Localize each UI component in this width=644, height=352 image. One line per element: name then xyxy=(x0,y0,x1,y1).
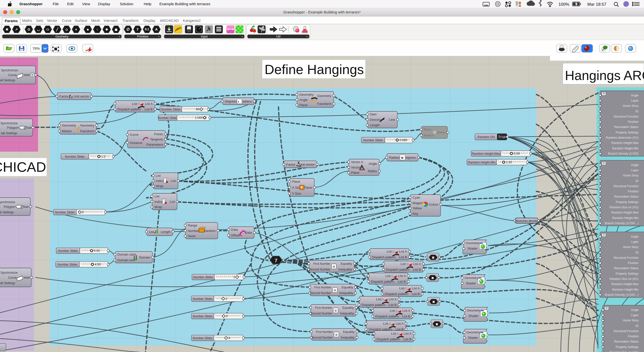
svg-text:Radius: Radius xyxy=(424,134,434,137)
svg-text:Geometry: Geometry xyxy=(80,124,94,127)
svg-text:Wall: Wall xyxy=(24,276,30,280)
svg-text:Wrap: Wrap xyxy=(156,184,163,188)
svg-text:Geometry: Geometry xyxy=(464,276,478,280)
svg-text:List: List xyxy=(400,262,406,266)
svg-text:Angle: Angle xyxy=(631,308,638,312)
svg-text:Random Height Max: Random Height Max xyxy=(612,141,638,145)
svg-text:Layer: Layer xyxy=(631,99,638,102)
svg-text:List A: List A xyxy=(398,274,406,278)
svg-text:Dispatch pattern: Dispatch pattern xyxy=(117,108,141,111)
svg-text:■: ■ xyxy=(87,28,89,31)
svg-text:Position: Position xyxy=(628,261,638,265)
svg-text:Random Height Max: Random Height Max xyxy=(612,211,638,214)
svg-text:Angle: Angle xyxy=(631,94,638,97)
svg-text:Factor: Factor xyxy=(286,162,296,166)
svg-text:Domain end: Domain end xyxy=(117,258,135,262)
svg-text:Home Story: Home Story xyxy=(623,174,638,177)
svg-text:Length: Length xyxy=(370,123,380,127)
svg-text:List B: List B xyxy=(398,280,406,284)
svg-text:Position: Position xyxy=(628,334,638,338)
svg-text:ƒ: ƒ xyxy=(69,94,71,99)
svg-text:Polygon: Polygon xyxy=(4,205,15,208)
svg-text:Home Story: Home Story xyxy=(623,104,638,108)
svg-text:0: 0 xyxy=(82,210,84,214)
svg-text:5.09: 5.09 xyxy=(514,152,520,155)
svg-text:✖: ✖ xyxy=(432,256,435,260)
svg-text:First Number: First Number xyxy=(315,306,332,310)
svg-text:List B: List B xyxy=(402,314,410,318)
svg-text:Random dimension (0/1): Random dimension (0/1) xyxy=(606,136,638,140)
svg-text:Shader: Shader xyxy=(468,247,478,250)
svg-text:1.000: 1.000 xyxy=(195,116,203,120)
svg-text:Hangings ARC: Hangings ARC xyxy=(565,68,644,83)
svg-text:Structural Function: Structural Function xyxy=(614,256,638,260)
svg-text:Property Settings: Property Settings xyxy=(616,272,638,276)
svg-text:Renovation Status: Renovation Status xyxy=(614,340,638,343)
svg-text:Inequality: Inequality xyxy=(338,268,352,271)
svg-text:ID: ID xyxy=(636,251,638,254)
svg-text:Vector A: Vector A xyxy=(351,160,363,164)
svg-text:Position: Position xyxy=(628,120,638,124)
svg-text:Number Slider: Number Slider xyxy=(161,108,181,111)
svg-text:Data: Data xyxy=(231,228,238,232)
svg-text:Random Size on (0/1): Random Size on (0/1) xyxy=(610,277,638,281)
svg-text:Renovation Status: Renovation Status xyxy=(614,195,638,198)
svg-text:0.1: 0.1 xyxy=(145,28,149,31)
svg-text:◼: ◼ xyxy=(115,28,118,31)
svg-text:1.2: 1.2 xyxy=(101,155,106,158)
svg-text:Y Size: Y Size xyxy=(292,192,301,196)
svg-text:Second Number: Second Number xyxy=(309,268,330,271)
svg-text:Unit vector: Unit vector xyxy=(74,94,89,98)
svg-text:ID: ID xyxy=(636,179,638,183)
svg-text:Distance: Distance xyxy=(130,141,142,145)
svg-text:Number Slider: Number Slider xyxy=(193,276,213,279)
svg-text:Random: Random xyxy=(204,229,216,233)
svg-text:Transform: Transform xyxy=(80,129,94,133)
svg-text:Equality: Equality xyxy=(342,286,353,289)
svg-text:Plane: Plane xyxy=(299,103,308,107)
svg-text:Length: Length xyxy=(161,230,170,234)
svg-text:Random Height Min: Random Height Min xyxy=(468,160,496,164)
svg-text:Radians: Radians xyxy=(389,156,401,159)
svg-text:✖: ✖ xyxy=(164,201,167,205)
svg-text:Domain: Domain xyxy=(139,256,150,259)
svg-text:Number Slider: Number Slider xyxy=(55,210,75,214)
svg-text:Property Settings: Property Settings xyxy=(616,345,638,349)
svg-text:Renovation Status: Renovation Status xyxy=(614,125,638,129)
svg-text:0.50: 0.50 xyxy=(94,249,100,252)
svg-text:List: List xyxy=(156,174,161,178)
svg-text:Number Slider: Number Slider xyxy=(193,297,212,300)
svg-text:Layer: Layer xyxy=(631,240,638,244)
svg-text:=: = xyxy=(335,308,337,313)
svg-text:Define Hangings: Define Hangings xyxy=(264,62,364,77)
svg-text:Primitive: Primitive xyxy=(137,35,148,38)
svg-text:List B: List B xyxy=(399,255,407,259)
svg-text:Number Slider: Number Slider xyxy=(193,314,212,318)
svg-text:❉: ❉ xyxy=(106,28,108,31)
svg-text:Inequality: Inequality xyxy=(339,291,353,295)
svg-text:=: = xyxy=(334,288,336,292)
svg-text:Range: Range xyxy=(188,224,197,227)
svg-text:List: List xyxy=(132,102,137,106)
svg-text:ARCHICAD: ARCHICAD xyxy=(0,159,46,175)
svg-text:Polygon: Polygon xyxy=(7,126,18,130)
svg-text:Position: Position xyxy=(628,190,638,193)
svg-text:Points: Points xyxy=(154,132,163,136)
svg-text:Inequality: Inequality xyxy=(340,312,354,315)
svg-text:Layer: Layer xyxy=(631,168,638,172)
svg-text:Number: Number xyxy=(188,229,200,233)
svg-text:Shader: Shader xyxy=(468,314,478,318)
svg-text:First Number: First Number xyxy=(316,330,333,334)
svg-text:Curve: Curve xyxy=(8,276,16,280)
svg-text:ID: ID xyxy=(636,110,638,113)
svg-text:Branch Density (1/100): Branch Density (1/100) xyxy=(608,152,638,155)
svg-text:List: List xyxy=(154,194,160,198)
svg-text:Structural Function: Structural Function xyxy=(614,330,638,333)
svg-text:=: = xyxy=(336,332,338,337)
svg-text:Number Slider: Number Slider xyxy=(65,155,85,158)
svg-text:List: List xyxy=(170,200,175,204)
svg-text:1: 1 xyxy=(233,276,235,279)
svg-text:Synchronize: Synchronize xyxy=(0,271,18,274)
svg-text:4.50: 4.50 xyxy=(95,263,101,266)
svg-text:Wall: Wall xyxy=(24,73,30,77)
